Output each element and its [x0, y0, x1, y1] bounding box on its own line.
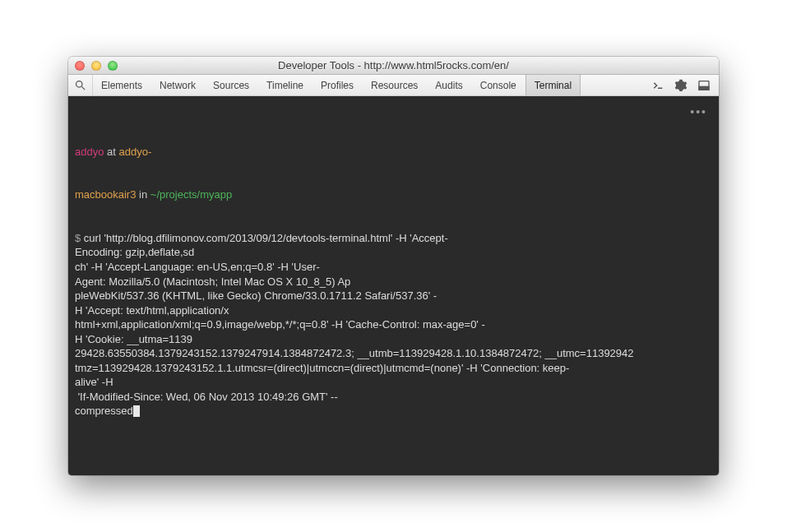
- cmd-line: H 'Accept: text/html,application/x: [75, 304, 229, 317]
- cmd-line: H 'Cookie: __utma=1139: [75, 333, 192, 345]
- tab-label: Audits: [435, 80, 462, 91]
- dock-icon[interactable]: [697, 79, 711, 92]
- tab-label: Resources: [371, 80, 418, 91]
- devtools-toolbar: Elements Network Sources Timeline Profil…: [68, 75, 719, 96]
- tab-resources[interactable]: Resources: [363, 75, 427, 95]
- tab-label: Terminal: [535, 80, 572, 91]
- toolbar-right-icons: [643, 75, 719, 95]
- cmd-line: Encoding: gzip,deflate,sd: [75, 246, 194, 258]
- tab-label: Profiles: [321, 80, 354, 91]
- terminal-more-icon[interactable]: •••: [690, 104, 707, 120]
- cmd-line: 'If-Modified-Since: Wed, 06 Nov 2013 10:…: [75, 391, 338, 403]
- settings-gear-icon[interactable]: [674, 79, 687, 92]
- tab-network[interactable]: Network: [151, 75, 205, 95]
- prompt-in: in: [139, 188, 147, 201]
- tab-terminal[interactable]: Terminal: [525, 75, 581, 95]
- cmd-line: compressed: [75, 405, 133, 417]
- cmd-line: html+xml,application/xml;q=0.9,image/web…: [75, 318, 485, 331]
- prompt-line-2: macbookair3 in ~/projects/myapp: [75, 187, 712, 202]
- traffic-lights: [75, 61, 118, 71]
- tab-audits[interactable]: Audits: [427, 75, 471, 95]
- cmd-line: tmz=113929428.1379243152.1.1.utmcsr=(dir…: [75, 362, 569, 374]
- cmd-line: 29428.63550384.1379243152.1379247914.138…: [75, 347, 634, 359]
- prompt-at: at: [107, 146, 116, 158]
- zoom-button[interactable]: [108, 61, 118, 71]
- prompt-line-1: addyo at addyo-: [75, 145, 712, 160]
- svg-rect-4: [699, 86, 709, 90]
- tab-label: Console: [480, 80, 516, 91]
- prompt-path: ~/projects/myapp: [150, 188, 232, 201]
- prompt-dollar: $: [75, 232, 81, 244]
- minimize-button[interactable]: [91, 61, 101, 71]
- tab-timeline[interactable]: Timeline: [258, 75, 312, 95]
- devtools-tabs: Elements Network Sources Timeline Profil…: [93, 75, 581, 95]
- toolbar-spacer: [581, 75, 643, 95]
- toggle-drawer-icon[interactable]: [651, 79, 664, 92]
- tab-console[interactable]: Console: [472, 75, 525, 95]
- tab-label: Network: [160, 80, 196, 91]
- prompt-host-suffix: macbookair3: [75, 188, 136, 201]
- tab-label: Timeline: [266, 80, 303, 91]
- svg-point-0: [76, 81, 83, 88]
- close-button[interactable]: [75, 61, 85, 71]
- cmd-line: curl 'http://blog.dfilimonov.com/2013/09…: [84, 232, 448, 244]
- tab-label: Sources: [213, 80, 249, 91]
- tab-sources[interactable]: Sources: [205, 75, 258, 95]
- window-title: Developer Tools - http://www.html5rocks.…: [68, 59, 719, 72]
- tab-label: Elements: [101, 80, 142, 91]
- svg-line-1: [81, 86, 85, 90]
- tab-elements[interactable]: Elements: [93, 75, 151, 95]
- cmd-line: pleWebKit/537.36 (KHTML, like Gecko) Chr…: [75, 289, 437, 302]
- command-block: $ curl 'http://blog.dfilimonov.com/2013/…: [75, 231, 712, 419]
- titlebar[interactable]: Developer Tools - http://www.html5rocks.…: [68, 57, 719, 75]
- inspect-icon[interactable]: [68, 75, 93, 95]
- cmd-line: Agent: Mozilla/5.0 (Macintosh; Intel Mac…: [75, 275, 350, 288]
- terminal-pane[interactable]: ••• addyo at addyo- macbookair3 in ~/pro…: [68, 96, 719, 475]
- cmd-line: ch' -H 'Accept-Language: en-US,en;q=0.8'…: [75, 261, 320, 273]
- tab-profiles[interactable]: Profiles: [312, 75, 363, 95]
- terminal-cursor: [133, 405, 140, 417]
- prompt-host-prefix: addyo-: [119, 146, 152, 158]
- window: Developer Tools - http://www.html5rocks.…: [68, 57, 719, 475]
- prompt-user: addyo: [75, 146, 104, 158]
- cmd-line: alive' -H: [75, 376, 113, 388]
